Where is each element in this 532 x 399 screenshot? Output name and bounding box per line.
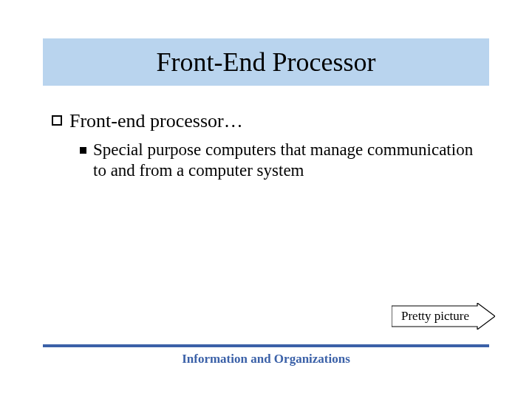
square-bullet-icon: [80, 147, 86, 154]
footer-divider: [43, 344, 489, 347]
footer-text: Information and Organizations: [0, 352, 532, 366]
slide-title-band: Front-End Processor: [43, 38, 489, 86]
bullet-text: Special purpose computers that manage co…: [93, 140, 488, 183]
slide-content: Front-end processor… Special purpose com…: [52, 109, 488, 182]
slide-title: Front-End Processor: [157, 47, 376, 78]
pretty-picture-button[interactable]: Pretty picture: [392, 303, 495, 330]
list-item: Special purpose computers that manage co…: [80, 140, 488, 183]
bullet-text: Front-end processor…: [69, 109, 243, 134]
square-bullet-icon: [52, 115, 62, 126]
list-item: Front-end processor…: [52, 109, 488, 134]
pretty-picture-label: Pretty picture: [392, 303, 479, 330]
